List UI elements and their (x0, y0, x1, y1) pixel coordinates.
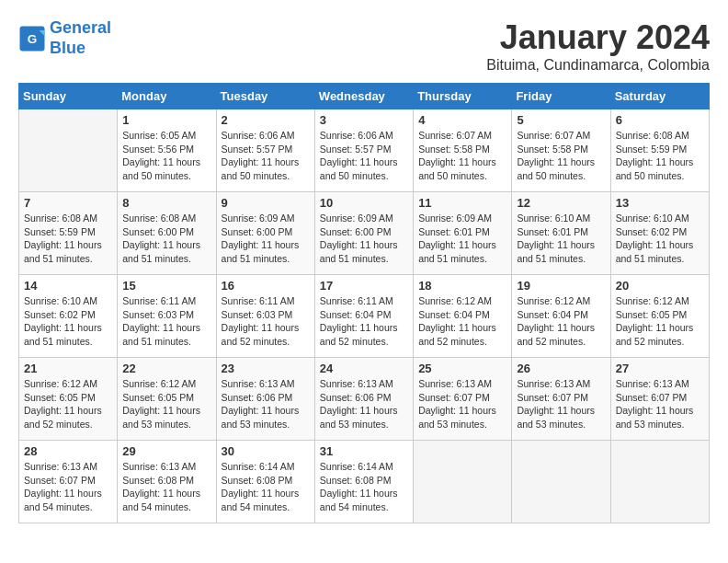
title-block: January 2024 Bituima, Cundinamarca, Colo… (486, 18, 710, 74)
day-number: 3 (320, 113, 408, 127)
calendar-cell (19, 109, 118, 192)
logo-icon: G (18, 25, 46, 52)
day-number: 26 (517, 362, 605, 375)
day-info: Sunrise: 6:13 AMSunset: 6:07 PMDaylight:… (24, 460, 112, 514)
header-sunday: Sunday (19, 84, 118, 109)
calendar-cell: 21Sunrise: 6:12 AMSunset: 6:05 PMDayligh… (19, 358, 118, 441)
day-number: 16 (222, 279, 310, 293)
day-info: Sunrise: 6:10 AMSunset: 6:02 PMDaylight:… (24, 294, 112, 349)
day-info: Sunrise: 6:11 AMSunset: 6:03 PMDaylight:… (122, 294, 210, 349)
day-info: Sunrise: 6:13 AMSunset: 6:07 PMDaylight:… (418, 377, 506, 431)
calendar-cell: 12Sunrise: 6:10 AMSunset: 6:01 PMDayligh… (512, 192, 610, 275)
day-info: Sunrise: 6:14 AMSunset: 6:08 PMDaylight:… (222, 460, 310, 514)
day-number: 15 (122, 279, 210, 293)
calendar-cell: 28Sunrise: 6:13 AMSunset: 6:07 PMDayligh… (19, 441, 118, 523)
calendar-cell: 26Sunrise: 6:13 AMSunset: 6:07 PMDayligh… (512, 358, 610, 441)
day-number: 10 (320, 196, 408, 210)
day-number: 30 (222, 444, 310, 458)
day-info: Sunrise: 6:10 AMSunset: 6:02 PMDaylight:… (616, 212, 704, 266)
logo: G GeneralBlue (18, 18, 111, 58)
day-info: Sunrise: 6:08 AMSunset: 5:59 PMDaylight:… (24, 212, 112, 266)
calendar-header-row: SundayMondayTuesdayWednesdayThursdayFrid… (19, 84, 710, 109)
day-number: 6 (616, 113, 704, 127)
day-info: Sunrise: 6:13 AMSunset: 6:07 PMDaylight:… (616, 377, 704, 431)
svg-text:G: G (28, 31, 38, 45)
day-number: 25 (418, 362, 506, 375)
calendar-cell: 4Sunrise: 6:07 AMSunset: 5:58 PMDaylight… (414, 109, 512, 192)
calendar-cell (414, 441, 512, 523)
day-number: 2 (222, 113, 310, 127)
day-number: 23 (222, 362, 310, 375)
calendar-cell: 10Sunrise: 6:09 AMSunset: 6:00 PMDayligh… (314, 192, 413, 275)
day-info: Sunrise: 6:14 AMSunset: 6:08 PMDaylight:… (320, 460, 408, 514)
day-info: Sunrise: 6:13 AMSunset: 6:08 PMDaylight:… (122, 460, 210, 514)
calendar-cell: 25Sunrise: 6:13 AMSunset: 6:07 PMDayligh… (414, 358, 512, 441)
day-info: Sunrise: 6:05 AMSunset: 5:56 PMDaylight:… (122, 129, 210, 183)
calendar-cell: 24Sunrise: 6:13 AMSunset: 6:06 PMDayligh… (314, 358, 413, 441)
day-info: Sunrise: 6:11 AMSunset: 6:04 PMDaylight:… (320, 294, 408, 349)
day-info: Sunrise: 6:12 AMSunset: 6:04 PMDaylight:… (517, 294, 605, 349)
calendar-cell: 16Sunrise: 6:11 AMSunset: 6:03 PMDayligh… (216, 275, 314, 358)
day-number: 7 (24, 196, 112, 210)
calendar-table: SundayMondayTuesdayWednesdayThursdayFrid… (18, 83, 710, 523)
calendar-cell: 8Sunrise: 6:08 AMSunset: 6:00 PMDaylight… (118, 192, 216, 275)
calendar-cell: 30Sunrise: 6:14 AMSunset: 6:08 PMDayligh… (216, 441, 314, 523)
day-info: Sunrise: 6:09 AMSunset: 6:00 PMDaylight:… (222, 212, 310, 266)
calendar-cell: 6Sunrise: 6:08 AMSunset: 5:59 PMDaylight… (610, 109, 709, 192)
calendar-cell: 11Sunrise: 6:09 AMSunset: 6:01 PMDayligh… (414, 192, 512, 275)
header-friday: Friday (512, 84, 610, 109)
calendar-cell: 19Sunrise: 6:12 AMSunset: 6:04 PMDayligh… (512, 275, 610, 358)
calendar-cell: 17Sunrise: 6:11 AMSunset: 6:04 PMDayligh… (314, 275, 413, 358)
day-number: 19 (517, 279, 605, 293)
day-number: 14 (24, 279, 112, 293)
day-info: Sunrise: 6:12 AMSunset: 6:05 PMDaylight:… (24, 377, 112, 431)
day-number: 18 (418, 279, 506, 293)
day-info: Sunrise: 6:11 AMSunset: 6:03 PMDaylight:… (222, 294, 310, 349)
day-info: Sunrise: 6:08 AMSunset: 5:59 PMDaylight:… (616, 129, 704, 183)
page-header: G GeneralBlue January 2024 Bituima, Cund… (18, 18, 710, 74)
logo-text: GeneralBlue (50, 18, 111, 58)
day-info: Sunrise: 6:12 AMSunset: 6:04 PMDaylight:… (418, 294, 506, 349)
calendar-cell: 31Sunrise: 6:14 AMSunset: 6:08 PMDayligh… (314, 441, 413, 523)
calendar-cell: 14Sunrise: 6:10 AMSunset: 6:02 PMDayligh… (19, 275, 118, 358)
day-number: 11 (418, 196, 506, 210)
calendar-cell: 7Sunrise: 6:08 AMSunset: 5:59 PMDaylight… (19, 192, 118, 275)
day-info: Sunrise: 6:09 AMSunset: 6:00 PMDaylight:… (320, 212, 408, 266)
calendar-cell (610, 441, 709, 523)
day-number: 29 (122, 444, 210, 458)
day-info: Sunrise: 6:10 AMSunset: 6:01 PMDaylight:… (517, 212, 605, 266)
day-number: 12 (517, 196, 605, 210)
day-number: 9 (222, 196, 310, 210)
calendar-cell: 22Sunrise: 6:12 AMSunset: 6:05 PMDayligh… (118, 358, 216, 441)
header-wednesday: Wednesday (314, 84, 413, 109)
day-number: 27 (616, 362, 704, 375)
day-info: Sunrise: 6:12 AMSunset: 6:05 PMDaylight:… (616, 294, 704, 349)
calendar-cell: 2Sunrise: 6:06 AMSunset: 5:57 PMDaylight… (216, 109, 314, 192)
calendar-cell: 20Sunrise: 6:12 AMSunset: 6:05 PMDayligh… (610, 275, 709, 358)
calendar-cell: 13Sunrise: 6:10 AMSunset: 6:02 PMDayligh… (610, 192, 709, 275)
day-info: Sunrise: 6:13 AMSunset: 6:06 PMDaylight:… (222, 377, 310, 431)
calendar-cell: 15Sunrise: 6:11 AMSunset: 6:03 PMDayligh… (118, 275, 216, 358)
calendar-cell: 18Sunrise: 6:12 AMSunset: 6:04 PMDayligh… (414, 275, 512, 358)
day-number: 8 (122, 196, 210, 210)
calendar-week-3: 14Sunrise: 6:10 AMSunset: 6:02 PMDayligh… (19, 275, 710, 358)
calendar-week-5: 28Sunrise: 6:13 AMSunset: 6:07 PMDayligh… (19, 441, 710, 523)
calendar-cell (512, 441, 610, 523)
calendar-cell: 27Sunrise: 6:13 AMSunset: 6:07 PMDayligh… (610, 358, 709, 441)
calendar-week-1: 1Sunrise: 6:05 AMSunset: 5:56 PMDaylight… (19, 109, 710, 192)
day-info: Sunrise: 6:07 AMSunset: 5:58 PMDaylight:… (517, 129, 605, 183)
day-number: 4 (418, 113, 506, 127)
day-info: Sunrise: 6:06 AMSunset: 5:57 PMDaylight:… (222, 129, 310, 183)
header-tuesday: Tuesday (216, 84, 314, 109)
header-thursday: Thursday (414, 84, 512, 109)
day-number: 21 (24, 362, 112, 375)
day-number: 24 (320, 362, 408, 375)
month-year: January 2024 (486, 18, 710, 57)
day-number: 22 (122, 362, 210, 375)
day-number: 1 (122, 113, 210, 127)
day-info: Sunrise: 6:13 AMSunset: 6:06 PMDaylight:… (320, 377, 408, 431)
header-monday: Monday (118, 84, 216, 109)
day-number: 31 (320, 444, 408, 458)
day-number: 13 (616, 196, 704, 210)
day-number: 17 (320, 279, 408, 293)
